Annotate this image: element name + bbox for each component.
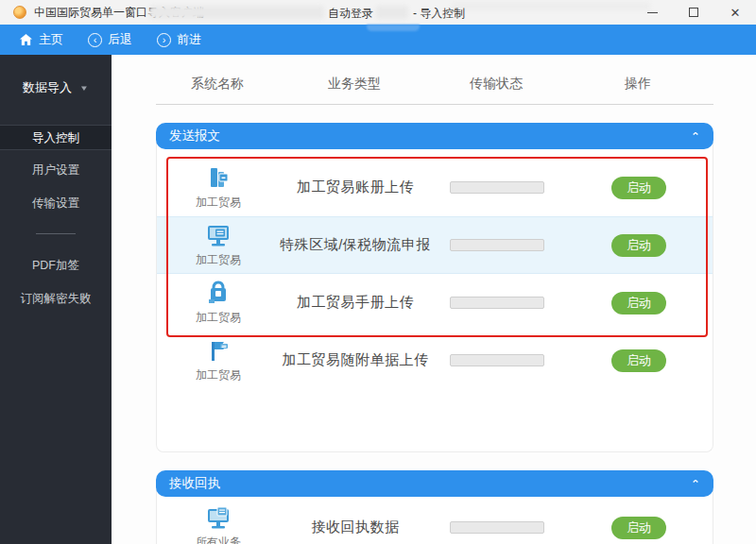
sidebar-item-transfer-settings[interactable]: 传输设置 — [0, 191, 112, 216]
sidebar-item-user-settings[interactable]: 用户设置 — [0, 158, 112, 183]
receive-section-header[interactable]: 接收回执 ⌃ — [156, 470, 713, 497]
system-name-label: 加工贸易 — [196, 310, 241, 326]
start-button[interactable]: 启动 — [611, 177, 666, 199]
start-button[interactable]: 启动 — [611, 292, 666, 314]
column-header-operation: 操作 — [562, 76, 713, 93]
column-header-business-type: 业务类型 — [279, 76, 430, 93]
progress-bar — [450, 354, 544, 366]
column-header-transfer-status: 传输状态 — [430, 76, 562, 93]
table-row: 加工贸易 加工贸易随附单据上传 启动 — [157, 332, 713, 389]
flag-doc-icon — [203, 337, 233, 366]
receive-section-body: 所有业务 接收回执数据 启动 — [156, 489, 713, 544]
chevron-up-icon[interactable]: ⌃ — [691, 478, 700, 490]
sidebar-item-subscribe-decrypt-fail[interactable]: 订阅解密失败 — [0, 286, 112, 312]
business-type-label: 接收回执数据 — [280, 518, 431, 536]
send-section-header[interactable]: 发送报文 ⌃ — [156, 123, 713, 149]
start-button[interactable]: 启动 — [611, 234, 666, 257]
close-icon: ✕ — [730, 7, 741, 19]
system-name-label: 加工贸易 — [196, 195, 241, 211]
send-message-section: 发送报文 ⌃ — [156, 123, 713, 452]
progress-bar — [450, 297, 544, 309]
start-button[interactable]: 启动 — [611, 517, 666, 539]
monitor-pages-icon — [203, 504, 233, 533]
business-type-label: 特殊区域/保税物流申报 — [280, 236, 431, 254]
sidebar-divider — [36, 233, 76, 234]
table-row: 加工贸易 加工贸易账册上传 启动 — [157, 159, 713, 216]
forward-button[interactable]: › 前进 — [157, 31, 201, 48]
minimize-button[interactable] — [631, 0, 673, 25]
ledger-icon — [203, 164, 233, 193]
maximize-icon — [689, 8, 698, 17]
table-row: 所有业务 接收回执数据 启动 — [157, 499, 713, 544]
redacted-area — [452, 2, 650, 10]
redacted-area — [376, 6, 408, 19]
back-label: 后退 — [108, 31, 132, 48]
home-button[interactable]: 主页 — [19, 31, 63, 48]
close-button[interactable]: ✕ — [714, 0, 756, 25]
forward-label: 前进 — [177, 31, 201, 48]
sidebar: 数据导入 ▼ 导入控制 用户设置 传输设置 PDF加签 订阅解密失败 — [0, 55, 112, 544]
sidebar-group-data-import[interactable]: 数据导入 ▼ — [0, 55, 112, 125]
nav-bar: 主页 ‹ 后退 › 前进 — [0, 25, 756, 55]
auto-login-label: 自动登录 — [328, 6, 373, 22]
monitor-doc-icon — [203, 222, 233, 250]
title-bar: 中国国际贸易单一窗口导入客户端 自动登录 - 导入控制 ✕ — [0, 0, 756, 25]
system-name-label: 加工贸易 — [196, 367, 241, 383]
window-title-suffix: - 导入控制 — [413, 6, 465, 22]
redacted-area — [367, 25, 420, 31]
window-controls: ✕ — [631, 0, 756, 25]
progress-bar — [450, 239, 544, 251]
chevron-down-icon: ▼ — [79, 84, 89, 93]
back-button[interactable]: ‹ 后退 — [88, 31, 132, 48]
business-type-label: 加工贸易账册上传 — [280, 178, 431, 196]
redacted-area — [149, 6, 324, 19]
home-icon — [19, 33, 33, 46]
progress-bar — [450, 521, 544, 534]
send-section-body: 加工贸易 加工贸易账册上传 启动 — [156, 142, 713, 452]
column-header-system-name: 系统名称 — [156, 76, 279, 93]
business-type-label: 加工贸易随附单据上传 — [280, 351, 431, 369]
sidebar-item-pdf-sign[interactable]: PDF加签 — [0, 253, 112, 279]
minimize-icon — [647, 12, 658, 13]
sidebar-group-label: 数据导入 — [23, 79, 72, 96]
maximize-button[interactable] — [673, 0, 714, 25]
app-window: 中国国际贸易单一窗口导入客户端 自动登录 - 导入控制 ✕ 主页 ‹ 后退 › … — [0, 0, 756, 544]
receive-section-title: 接收回执 — [169, 475, 220, 492]
box-icon — [203, 280, 233, 308]
table-row: 加工贸易 加工贸易手册上传 启动 — [157, 274, 713, 332]
sidebar-item-import-control[interactable]: 导入控制 — [0, 125, 112, 150]
app-logo-icon — [13, 6, 26, 19]
business-type-label: 加工贸易手册上传 — [280, 294, 431, 312]
system-name-label: 所有业务 — [196, 535, 241, 544]
receive-receipt-section: 接收回执 ⌃ — [156, 470, 713, 544]
system-name-label: 加工贸易 — [196, 252, 241, 268]
table-header-row: 系统名称 业务类型 传输状态 操作 — [156, 76, 713, 105]
table-row-highlighted: 加工贸易 特殊区域/保税物流申报 启动 — [157, 216, 713, 274]
back-icon: ‹ — [88, 33, 102, 47]
forward-icon: › — [157, 33, 171, 47]
main-content: 系统名称 业务类型 传输状态 操作 发送报文 ⌃ — [112, 55, 756, 544]
start-button[interactable]: 启动 — [611, 349, 666, 372]
home-label: 主页 — [39, 31, 63, 48]
progress-bar — [450, 181, 544, 194]
chevron-up-icon[interactable]: ⌃ — [691, 130, 700, 143]
send-section-title: 发送报文 — [169, 128, 220, 144]
